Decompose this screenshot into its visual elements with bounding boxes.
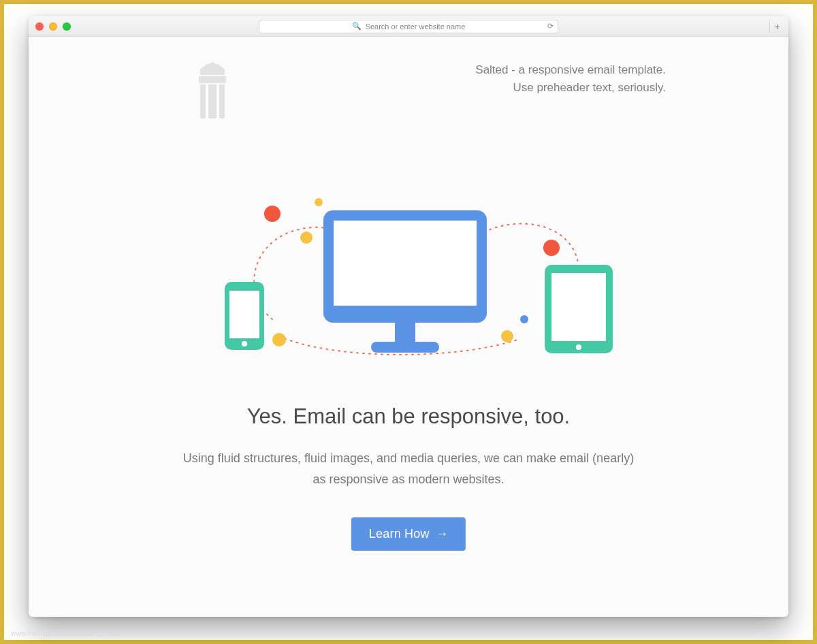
learn-how-button[interactable]: Learn How → xyxy=(351,517,466,551)
subhead: Using fluid structures, fluid images, an… xyxy=(29,448,788,489)
preheader-line-2: Use preheader text, seriously. xyxy=(475,79,666,97)
devices-illustration xyxy=(197,190,620,367)
tablet-icon xyxy=(545,265,613,353)
svg-point-2 xyxy=(216,64,219,67)
search-icon: 🔍 xyxy=(352,22,362,31)
svg-point-1 xyxy=(211,62,214,65)
page-frame: 🔍 Search or enter website name ⟳ + S xyxy=(0,0,817,644)
preheader-text: Salted - a responsive email template. Us… xyxy=(475,61,666,96)
svg-rect-11 xyxy=(551,273,606,341)
salt-shaker-logo xyxy=(185,57,240,122)
svg-point-0 xyxy=(206,64,209,67)
accent-dot xyxy=(272,333,286,347)
maximize-window-button[interactable] xyxy=(63,22,71,31)
svg-rect-16 xyxy=(371,342,439,353)
svg-point-12 xyxy=(576,344,581,350)
accent-dot xyxy=(501,330,513,342)
close-window-button[interactable] xyxy=(35,22,44,31)
cta-label: Learn How xyxy=(369,527,430,541)
preheader-line-1: Salted - a responsive email template. xyxy=(475,61,666,79)
browser-window: 🔍 Search or enter website name ⟳ + S xyxy=(29,16,788,617)
svg-rect-14 xyxy=(334,221,477,306)
reload-icon[interactable]: ⟳ xyxy=(547,22,554,31)
svg-rect-5 xyxy=(208,84,217,118)
svg-rect-6 xyxy=(219,84,225,118)
monitor-icon xyxy=(323,210,487,353)
accent-dot xyxy=(520,315,528,323)
svg-rect-3 xyxy=(199,76,226,83)
accent-dot xyxy=(264,206,281,222)
phone-icon xyxy=(225,282,264,350)
page-viewport: Salted - a responsive email template. Us… xyxy=(29,37,788,617)
svg-rect-15 xyxy=(395,323,415,342)
address-bar[interactable]: 🔍 Search or enter website name ⟳ xyxy=(259,20,558,33)
window-controls xyxy=(35,22,71,31)
svg-rect-4 xyxy=(200,84,206,118)
arrow-right-icon: → xyxy=(436,527,448,541)
new-tab-button[interactable]: + xyxy=(769,20,784,33)
accent-dot xyxy=(543,240,560,256)
headline: Yes. Email can be responsive, too. xyxy=(29,404,788,429)
watermark-text: www.heritagechristiancollege.com xyxy=(11,630,120,637)
accent-dot xyxy=(315,198,323,206)
minimize-window-button[interactable] xyxy=(49,22,57,31)
svg-point-9 xyxy=(242,341,247,347)
address-placeholder: Search or enter website name xyxy=(366,22,466,31)
accent-dot xyxy=(300,231,313,244)
browser-titlebar: 🔍 Search or enter website name ⟳ + xyxy=(29,16,788,37)
svg-rect-8 xyxy=(229,291,259,338)
